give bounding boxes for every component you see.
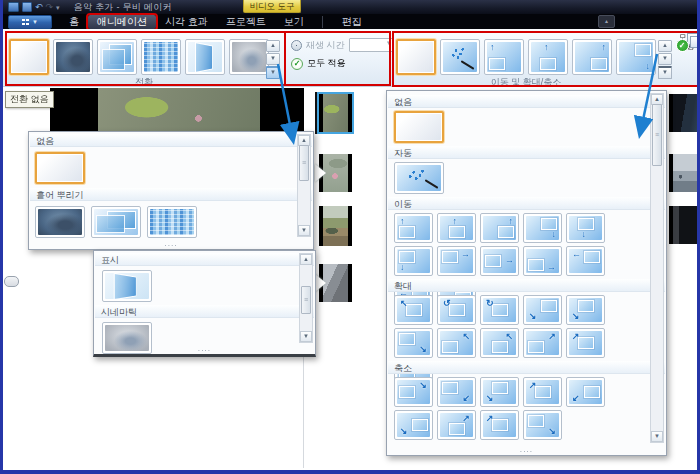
gallery-item-pz-↓[interactable]: ↓: [523, 213, 562, 243]
minimize-ribbon-button[interactable]: ▴: [598, 15, 615, 28]
gallery-item-pz-↓[interactable]: ↓: [616, 39, 656, 75]
gallery-item-pz-↘[interactable]: ↘: [566, 295, 605, 325]
gallery-item-pz-↙[interactable]: ↙: [566, 377, 605, 407]
gallery-item-flip[interactable]: [185, 39, 225, 75]
gallery-item-pz-↻[interactable]: ↻: [480, 295, 519, 325]
gallery-item-none[interactable]: [394, 111, 444, 143]
gallery-item-pz-↑[interactable]: ↑: [480, 213, 519, 243]
scroll-up-icon[interactable]: ▲: [300, 254, 312, 265]
gallery-item-pz-↗[interactable]: ↗: [566, 328, 605, 358]
tab-view[interactable]: 보기: [275, 15, 313, 29]
storyboard-clip-dark[interactable]: [669, 206, 700, 244]
gallery-item-fadedark[interactable]: [35, 206, 85, 238]
scroll-down-icon[interactable]: ▼: [300, 331, 312, 342]
scrollbar-thumb[interactable]: [299, 145, 309, 181]
gallery-scroll-down-icon[interactable]: ▼: [266, 53, 280, 65]
gallery-item-slide[interactable]: [91, 206, 141, 238]
storyboard-clip-darkblue[interactable]: [669, 94, 700, 132]
tab-project[interactable]: 프로젝트: [217, 15, 275, 29]
gallery-more-icon[interactable]: ▼: [658, 66, 672, 79]
scroll-down-icon[interactable]: ▼: [298, 225, 310, 236]
gallery-item-pixel[interactable]: [141, 39, 181, 75]
section-header: 없음: [30, 134, 312, 147]
storyboard-clip-lotus[interactable]: [319, 94, 352, 132]
apply-all-panzoom-button[interactable]: ✓ 모두 적용: [673, 33, 700, 83]
resize-grip[interactable]: [94, 347, 315, 354]
gallery-item-pz-↙[interactable]: ↙: [437, 377, 476, 407]
section-header: 시네마틱: [95, 305, 314, 318]
gallery-item-pz-↑[interactable]: ↑: [484, 39, 524, 75]
tab-edit[interactable]: 편집: [333, 15, 371, 29]
gallery-item-pz-↗[interactable]: ↗: [523, 328, 562, 358]
gallery-item-pz-↗[interactable]: ↗: [523, 377, 562, 407]
scrollbar-thumb[interactable]: [652, 104, 662, 166]
tab-visual-effects[interactable]: 시각 효과: [156, 15, 217, 29]
gallery-item-fadedark[interactable]: [53, 39, 93, 75]
storyboard-clip-road[interactable]: [319, 264, 352, 302]
splitter-handle[interactable]: [4, 276, 19, 287]
redo-icon[interactable]: ↷: [46, 3, 54, 12]
resize-grip[interactable]: [387, 448, 666, 455]
tab-animation[interactable]: 애니메이션: [88, 15, 156, 29]
gallery-item-none[interactable]: [35, 152, 85, 184]
clock-icon: [291, 40, 302, 51]
gallery-item-pz-↓[interactable]: ↓: [566, 213, 605, 243]
gallery-item-pz-↘[interactable]: ↘: [394, 410, 433, 440]
gallery-item-pz-↗[interactable]: ↗: [480, 410, 519, 440]
gallery-item-wand[interactable]: [394, 162, 444, 194]
gallery-item-pz-↘[interactable]: ↘: [523, 295, 562, 325]
gallery-item-none[interactable]: [9, 39, 49, 75]
gallery-item-slide[interactable]: [97, 39, 137, 75]
gallery-item-pz-↘[interactable]: ↘: [523, 410, 562, 440]
scrollbar[interactable]: ▲ ▼: [650, 93, 664, 443]
undo-icon[interactable]: ↶: [35, 3, 43, 12]
gallery-item-wand[interactable]: [440, 39, 480, 75]
gallery-scroll-up-icon[interactable]: ▲: [658, 40, 672, 52]
zoom-out-items: ↘↙↘↗↙↘↗↗↘: [394, 377, 644, 440]
clip-thumbnail: [323, 94, 348, 132]
gallery-item-pz-↑[interactable]: ↑: [572, 39, 612, 75]
gallery-item-pz-→[interactable]: →: [437, 246, 476, 276]
gallery-item-pz-↖[interactable]: ↖: [394, 295, 433, 325]
storyboard-column-middle: [319, 94, 352, 302]
gallery-item-pz-↑[interactable]: ↑: [528, 39, 568, 75]
scrollbar-thumb[interactable]: [301, 286, 311, 314]
gallery-item-pz-↖[interactable]: ↖: [437, 328, 476, 358]
section-header: 축소: [388, 361, 665, 374]
gallery-item-pz-↗[interactable]: ↗: [437, 410, 476, 440]
gallery-item-pz-→[interactable]: →: [480, 246, 519, 276]
save-icon[interactable]: [22, 2, 32, 12]
gallery-item-pz-↑[interactable]: ↑: [437, 213, 476, 243]
duration-combobox[interactable]: [349, 38, 393, 52]
gallery-item-pz-↺[interactable]: ↺: [437, 295, 476, 325]
gallery-item-none[interactable]: [396, 39, 436, 75]
gallery-item-fadegray[interactable]: [229, 39, 269, 75]
gallery-item-pz-↘[interactable]: ↘: [480, 377, 519, 407]
gallery-item-pz-←[interactable]: ←: [566, 246, 605, 276]
resize-grip[interactable]: [29, 242, 313, 249]
storyboard-clip-bridge[interactable]: [319, 206, 352, 246]
gallery-scroll-down-icon[interactable]: ▼: [658, 53, 672, 65]
scrollbar[interactable]: ▲ ▼: [299, 253, 313, 343]
gallery-item-pz-↘[interactable]: ↘: [394, 328, 433, 358]
scrollbar[interactable]: ▲ ▼: [297, 134, 311, 237]
qat-dropdown-icon[interactable]: ▾: [56, 4, 60, 11]
ribbon: ▲ ▼ ▼ 전환 재생 시간 ✓ 모두 적용 ↑↑↑↓ ▲ ▼ ▼ 이동 및 확…: [3, 29, 697, 87]
gallery-scroll-up-icon[interactable]: ▲: [266, 40, 280, 52]
gallery-item-pz-↖[interactable]: ↖: [480, 328, 519, 358]
app-icon[interactable]: [8, 2, 19, 12]
apply-all-transitions[interactable]: ✓ 모두 적용: [291, 57, 346, 70]
gallery-item-flip[interactable]: [102, 270, 152, 302]
gallery-item-pz-↓[interactable]: ↓: [394, 246, 433, 276]
gallery-item-pz-↘[interactable]: ↘: [394, 377, 433, 407]
tab-home[interactable]: 홈: [60, 15, 88, 29]
gallery-item-pixel[interactable]: [147, 206, 197, 238]
gallery-item-pz-↑[interactable]: ↑: [394, 213, 433, 243]
storyboard-clip-harbor[interactable]: [669, 154, 700, 192]
transition-items: [35, 152, 85, 184]
section-header: 확대: [388, 279, 665, 292]
gallery-item-pz-→[interactable]: →: [523, 246, 562, 276]
storyboard-clip-flower[interactable]: [319, 154, 352, 192]
file-menu-button[interactable]: ▼: [8, 15, 52, 29]
scroll-down-icon[interactable]: ▼: [651, 431, 663, 442]
